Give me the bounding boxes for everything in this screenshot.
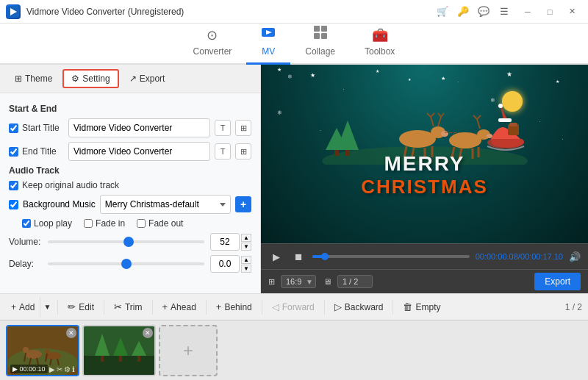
clip1-close[interactable]: ✕ xyxy=(66,328,76,338)
converter-label: Converter xyxy=(193,46,232,57)
svg-line-22 xyxy=(431,113,434,117)
end-title-input[interactable] xyxy=(68,142,210,161)
clip1-cut-icon[interactable]: ✂ xyxy=(57,365,62,373)
volume-icon[interactable]: 🔊 xyxy=(569,251,581,262)
tab-collage[interactable]: Collage xyxy=(290,21,350,65)
volume-row: Volume: 52 ▲ ▼ xyxy=(9,233,251,251)
clip2-close[interactable]: ✕ xyxy=(143,328,153,338)
trim-button[interactable]: ✂ Trim xyxy=(107,297,149,318)
start-title-checkbox[interactable] xyxy=(9,123,18,133)
svg-rect-60 xyxy=(119,356,122,362)
delay-slider[interactable] xyxy=(48,262,204,265)
keep-original-checkbox[interactable] xyxy=(9,181,18,190)
clip1-settings-icon[interactable]: ⚙ xyxy=(64,365,71,373)
ahead-button[interactable]: + Ahead xyxy=(156,297,203,318)
add-dropdown-arrow[interactable]: ▼ xyxy=(40,297,54,318)
menu-icon[interactable]: ☰ xyxy=(497,4,512,19)
volume-value: 52 xyxy=(210,233,240,251)
add-button[interactable]: + Add xyxy=(6,297,40,318)
volume-up-button[interactable]: ▲ xyxy=(241,234,251,242)
star5: ★ xyxy=(556,79,559,84)
right-panel: ★ ★ ★ ★ ★ ★ ★ ❄ · · ❄ · ❄ · · xyxy=(261,65,588,293)
svg-point-27 xyxy=(449,132,481,148)
tab-mv[interactable]: MV xyxy=(246,21,290,65)
star7: ★ xyxy=(408,77,411,82)
tab-converter[interactable]: ⊙ Converter xyxy=(179,23,247,65)
empty-label: Empty xyxy=(415,302,440,312)
svg-rect-4 xyxy=(314,26,320,32)
volume-slider[interactable] xyxy=(48,240,204,243)
christmas-text: CHRISTMAS xyxy=(361,176,488,198)
add-icon: + xyxy=(11,302,16,312)
setting-button[interactable]: ⚙ Setting xyxy=(62,69,118,88)
key-icon[interactable]: 🔑 xyxy=(456,4,470,19)
svg-line-23 xyxy=(438,117,441,126)
export-button[interactable]: Export xyxy=(534,273,581,290)
close-button[interactable]: ✕ xyxy=(562,1,582,22)
edit-label: Edit xyxy=(79,302,94,312)
collage-label: Collage xyxy=(305,46,335,57)
start-title-grid-icon[interactable]: ⊞ xyxy=(235,120,251,136)
cart-icon[interactable]: 🛒 xyxy=(435,4,450,19)
end-title-checkbox[interactable] xyxy=(9,147,18,157)
app-logo xyxy=(6,4,21,19)
left-panel: ⊞ Theme ⚙ Setting ↗ Export Start & End S… xyxy=(0,65,261,293)
page-indicator-select[interactable]: 1 / 2 xyxy=(337,275,373,288)
progress-bar[interactable] xyxy=(312,255,470,258)
time-total: 00:00:17.10 xyxy=(520,252,563,261)
svg-rect-42 xyxy=(509,123,517,126)
play-button[interactable]: ▶ xyxy=(268,248,284,265)
backward-button[interactable]: ▷ Backward xyxy=(328,297,390,318)
end-title-text-icon[interactable]: T xyxy=(215,143,231,159)
delay-down-button[interactable]: ▼ xyxy=(241,265,251,273)
trim-label: Trim xyxy=(125,302,143,312)
forward-label: Forward xyxy=(282,302,315,312)
start-title-text-icon[interactable]: T xyxy=(215,120,231,136)
start-end-section-title: Start & End xyxy=(9,104,251,114)
film-clip-2[interactable]: ✕ xyxy=(82,325,156,376)
volume-down-button[interactable]: ▼ xyxy=(241,243,251,251)
stop-button[interactable]: ⏹ xyxy=(290,248,306,265)
start-title-input[interactable] xyxy=(68,118,210,137)
behind-label: Behind xyxy=(224,302,251,312)
svg-rect-7 xyxy=(321,33,327,39)
clip1-play-icon[interactable]: ▶ xyxy=(49,365,55,373)
bg-music-select[interactable]: Merry Christmas-default xyxy=(100,195,231,214)
forward-button[interactable]: ◁ Forward xyxy=(265,297,321,318)
separator-2 xyxy=(104,300,104,315)
fade-in-checkbox[interactable] xyxy=(84,219,93,228)
bg-music-add-button[interactable]: + xyxy=(235,196,251,212)
delay-up-button[interactable]: ▲ xyxy=(241,256,251,264)
fade-in-text: Fade in xyxy=(96,218,125,229)
end-title-label: End Title xyxy=(22,146,57,157)
bg-music-checkbox[interactable] xyxy=(9,200,18,209)
film-add-button[interactable]: + xyxy=(159,325,218,376)
fade-out-checkbox[interactable] xyxy=(137,219,146,228)
export-nav-button[interactable]: ↗ Export xyxy=(122,71,173,87)
converter-icon: ⊙ xyxy=(207,27,218,43)
edit-button[interactable]: ✏ Edit xyxy=(61,297,101,318)
minimize-button[interactable]: ─ xyxy=(517,1,538,22)
clip1-info-icon[interactable]: ℹ xyxy=(72,365,75,373)
svg-rect-12 xyxy=(334,150,339,156)
behind-button[interactable]: + Behind xyxy=(209,297,259,318)
fade-out-label: Fade out xyxy=(137,218,183,229)
behind-icon: + xyxy=(216,301,222,312)
maximize-button[interactable]: □ xyxy=(539,1,560,22)
theme-button[interactable]: ⊞ Theme xyxy=(7,71,60,87)
svg-rect-6 xyxy=(314,33,320,39)
main-content: ⊞ Theme ⚙ Setting ↗ Export Start & End S… xyxy=(0,65,588,293)
empty-button[interactable]: 🗑 Empty xyxy=(396,297,447,318)
film-clip-1[interactable]: ▶ 00:00:10 ✕ ▶ ✂ ⚙ ℹ xyxy=(6,325,79,376)
svg-point-46 xyxy=(23,347,29,353)
setting-icon: ⚙ xyxy=(71,74,79,84)
end-title-grid-icon[interactable]: ⊞ xyxy=(235,143,251,159)
svg-line-20 xyxy=(431,117,434,126)
add-dropdown: + Add ▼ xyxy=(6,297,54,318)
star6: ★ xyxy=(277,67,282,73)
loop-play-checkbox[interactable] xyxy=(22,219,31,228)
tab-toolbox[interactable]: 🧰 Toolbox xyxy=(350,23,409,65)
svg-rect-62 xyxy=(137,356,140,362)
aspect-icon: ⊞ xyxy=(268,277,275,287)
chat-icon[interactable]: 💬 xyxy=(476,4,491,19)
